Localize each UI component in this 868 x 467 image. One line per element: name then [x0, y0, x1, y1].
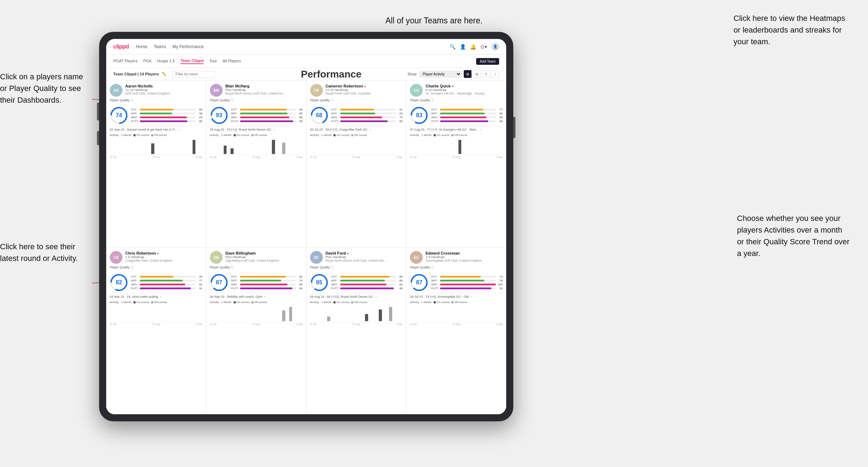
quality-circle[interactable]: 82 — [110, 273, 128, 292]
filter-icon[interactable]: ▽ — [482, 70, 490, 78]
player-card[interactable]: DB Dave Billingham Plus Handicap Sag Mai… — [206, 247, 306, 414]
quality-bars: OTT 77 APP 80 ARG 83 PUTT 8 — [431, 108, 503, 123]
quality-section[interactable]: 68 OTT 61 APP 63 ARG 75 — [310, 106, 403, 125]
quality-bars: OTT 73 APP 79 ARG 103 PUTT — [431, 275, 503, 290]
nav-teams[interactable]: Teams — [154, 44, 166, 49]
nav-home[interactable]: Home — [136, 44, 147, 49]
player-card[interactable]: AN Aaron Nicholls 11-15 Handicap Drift G… — [106, 80, 206, 247]
quality-bars: OTT 61 APP 63 ARG 75 PUTT 8 — [331, 108, 403, 123]
tab-all-players[interactable]: All Players — [223, 59, 241, 64]
quality-circle[interactable]: 83 — [410, 106, 428, 125]
activity-label: Activity · 1 Month — [410, 133, 432, 137]
tab-pgat[interactable]: PGAT Players — [113, 59, 138, 64]
chart-date-1: 31 Jul — [310, 323, 317, 325]
search-input[interactable] — [172, 71, 215, 78]
quality-number: 87 — [216, 279, 222, 286]
on-course-label: On course — [136, 301, 149, 304]
navbar-links: Home Teams My Performance — [136, 44, 204, 49]
quality-number: 68 — [316, 112, 322, 119]
latest-round[interactable]: 26 Aug 23 · 73 (+1), Royal North Devon G… — [210, 126, 303, 131]
sort-icon[interactable]: ↕ — [491, 70, 499, 78]
player-name[interactable]: Aaron Nicholls — [125, 84, 202, 88]
on-course-dot — [133, 134, 136, 136]
quality-section[interactable]: 85 OTT 89 APP 80 ARG 83 — [310, 273, 403, 292]
player-card[interactable]: CR Chris Robertson ● 1-5 Handicap Craigm… — [106, 247, 206, 414]
activity-label: Activity · 1 Month — [210, 133, 232, 137]
player-name[interactable]: Cameron Robertson ● — [326, 84, 403, 88]
show-select[interactable]: Player Activity Quality Score Trend — [419, 71, 462, 78]
notifications-icon[interactable]: 🔔 — [470, 44, 476, 50]
player-name[interactable]: Chris Robertson ● — [125, 251, 202, 255]
quality-circle[interactable]: 87 — [410, 273, 428, 292]
off-course-dot — [251, 134, 253, 136]
quality-section[interactable]: 82 OTT 60 APP 77 ARG 81 — [110, 273, 202, 292]
latest-round[interactable]: 03 Mar 23 · 19, Must make putting → — [110, 293, 202, 298]
latest-round[interactable]: 02 Jul 23 · 59 (+17), Craigmillar Park G… — [310, 126, 403, 131]
player-handicap: Plus Handicap — [225, 255, 303, 259]
quality-circle[interactable]: 85 — [310, 273, 329, 292]
player-name[interactable]: Dave Billingham — [225, 251, 303, 255]
player-name[interactable]: David Ford ● — [326, 251, 403, 255]
nav-performance[interactable]: My Performance — [172, 44, 204, 49]
chart-date-2: 21 Aug — [152, 156, 160, 158]
activity-section: Activity · 1 Month On course Off course … — [410, 301, 503, 325]
player-card[interactable]: EC Edward Crossman 1-5 Handicap Sunningd… — [406, 247, 506, 414]
quality-bars: OTT 84 APP 85 ARG 88 PUTT 9 — [231, 108, 303, 123]
profile-icon[interactable]: 👤 — [460, 44, 466, 50]
chart-date-1: 31 Jul — [210, 156, 217, 158]
quality-section[interactable]: 74 OTT 60 APP 58 ARG 84 — [110, 106, 202, 125]
latest-round[interactable]: 02 Sep 23 · Sunset round to get back int… — [110, 126, 202, 131]
player-name[interactable]: Charlie Quick ● — [426, 84, 503, 88]
player-handicap: 11-15 Handicap — [125, 88, 202, 92]
activity-section: Activity · 1 Month On course Off course … — [310, 133, 403, 158]
legend: On course Off course — [434, 301, 467, 304]
latest-round-text: 03 Mar 23 · 19, Must make putting → — [110, 295, 202, 298]
list-view-icon[interactable]: ⊟ — [473, 70, 481, 78]
chart-date-1: 31 Jul — [210, 323, 217, 325]
activity-header: Activity · 1 Month On course Off course — [210, 133, 303, 137]
chart-labels: 31 Jul 21 Aug 4 Sep — [310, 156, 403, 158]
latest-round[interactable]: 18 Jul 23 · 74 (+4), Sunningdale GC - Ol… — [410, 293, 503, 298]
quality-section[interactable]: 83 OTT 77 APP 80 ARG 83 — [410, 106, 503, 125]
quality-bars: OTT 60 APP 58 ARG 84 PUTT 8 — [131, 108, 202, 123]
tab-team-clippd[interactable]: Team Clippd — [181, 58, 204, 64]
grid-view-icon[interactable]: ⊞ — [464, 70, 472, 78]
on-course-dot — [234, 134, 236, 136]
player-name[interactable]: Edward Crossman — [426, 251, 503, 255]
quality-section[interactable]: 93 OTT 84 APP 85 ARG 88 — [210, 106, 303, 125]
latest-round[interactable]: 07 Aug 23 · 77 (+7), St George's Hill GC… — [410, 126, 503, 131]
player-header: CQ Charlie Quick ● 6-10 Handicap St. Geo… — [410, 84, 503, 97]
app-logo: clippd — [113, 44, 129, 50]
player-avatar: DB — [210, 251, 223, 264]
settings-icon[interactable]: ⊙▾ — [480, 44, 487, 50]
latest-round[interactable]: 26 Aug 23 · 84 (+12), Royal North Devon … — [310, 293, 403, 298]
quality-circle[interactable]: 93 — [210, 106, 228, 125]
edit-icon[interactable]: ✏️ — [162, 72, 167, 76]
player-card[interactable]: BM Blair McHarg Plus Handicap Royal Nort… — [206, 80, 306, 247]
player-name[interactable]: Blair McHarg — [225, 84, 303, 88]
activity-header: Activity · 1 Month On course Off course — [410, 301, 503, 304]
player-card[interactable]: DF David Ford ● Plus Handicap Royal Nort… — [307, 247, 406, 414]
legend: On course Off course — [333, 301, 367, 304]
quality-circle[interactable]: 68 — [310, 106, 329, 125]
tab-tour[interactable]: Tour — [209, 59, 217, 64]
activity-label: Activity · 1 Month — [110, 301, 131, 304]
quality-section[interactable]: 87 OTT 73 APP 79 ARG 103 — [410, 273, 503, 292]
player-card[interactable]: CQ Charlie Quick ● 6-10 Handicap St. Geo… — [406, 80, 506, 247]
latest-round[interactable]: 04 Sep 23 · Mobility with coach, Gym → — [210, 293, 303, 298]
annotation-top-center: All of your Teams are here. — [386, 15, 482, 26]
tab-pga[interactable]: PGA — [143, 59, 152, 64]
chart-date-2: 21 Aug — [252, 156, 260, 158]
user-avatar-icon[interactable]: 👤 — [491, 43, 499, 51]
player-card[interactable]: CR Cameron Robertson ● 11-15 Handicap Ro… — [307, 80, 406, 247]
add-team-button[interactable]: Add Team — [476, 58, 499, 65]
player-avatar: CR — [110, 251, 122, 264]
player-handicap: 1-5 Handicap — [125, 255, 202, 259]
tab-hcaps[interactable]: Hcaps 1-5 — [157, 59, 175, 64]
chart-date-1: 31 Jul — [410, 156, 417, 158]
off-course-label: Off course — [454, 301, 467, 304]
quality-circle[interactable]: 87 — [210, 273, 228, 292]
quality-circle[interactable]: 74 — [110, 106, 128, 125]
quality-section[interactable]: 87 OTT 82 APP 74 ARG 85 — [210, 273, 303, 292]
search-icon[interactable]: 🔍 — [450, 44, 456, 50]
